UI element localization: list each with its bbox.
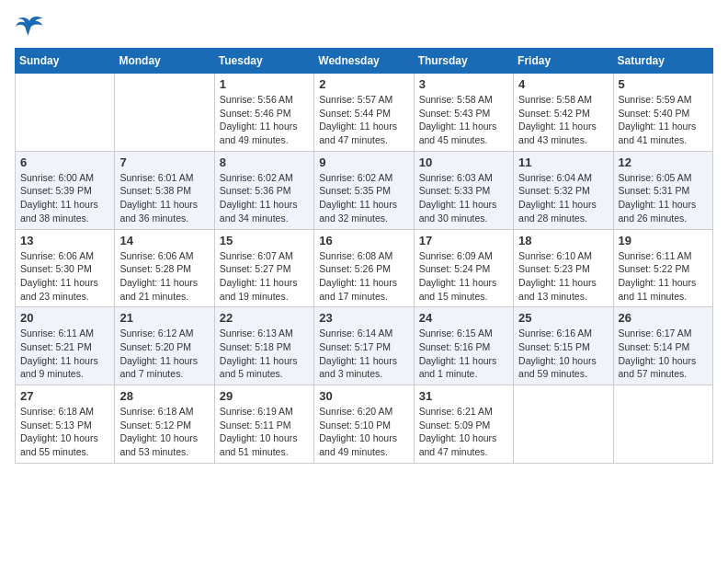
calendar-day-cell: 25 Sunrise: 6:16 AMSunset: 5:15 PMDaylig… xyxy=(514,307,613,385)
day-number: 2 xyxy=(319,77,408,91)
calendar-day-cell: 13 Sunrise: 6:06 AMSunset: 5:30 PMDaylig… xyxy=(16,229,115,307)
day-number: 15 xyxy=(220,234,309,247)
calendar-day-cell: 3 Sunrise: 5:58 AMSunset: 5:43 PMDayligh… xyxy=(414,74,513,152)
calendar-day-cell: 18 Sunrise: 6:10 AMSunset: 5:23 PMDaylig… xyxy=(514,229,613,307)
day-number: 20 xyxy=(20,311,109,325)
calendar-week-row: 20 Sunrise: 6:11 AMSunset: 5:21 PMDaylig… xyxy=(16,307,713,385)
weekday-header-thursday: Thursday xyxy=(414,49,513,74)
calendar-day-cell: 10 Sunrise: 6:03 AMSunset: 5:33 PMDaylig… xyxy=(414,151,513,229)
calendar-day-cell: 30 Sunrise: 6:20 AMSunset: 5:10 PMDaylig… xyxy=(314,385,414,464)
day-info: Sunrise: 5:57 AMSunset: 5:44 PMDaylight:… xyxy=(319,93,408,147)
calendar-day-cell: 20 Sunrise: 6:11 AMSunset: 5:21 PMDaylig… xyxy=(16,307,115,385)
day-info: Sunrise: 5:58 AMSunset: 5:42 PMDaylight:… xyxy=(518,93,608,147)
day-number: 13 xyxy=(20,234,109,247)
day-info: Sunrise: 6:11 AMSunset: 5:22 PMDaylight:… xyxy=(619,249,708,304)
calendar-day-cell: 7 Sunrise: 6:01 AMSunset: 5:38 PMDayligh… xyxy=(115,151,214,229)
calendar-day-cell: 15 Sunrise: 6:07 AMSunset: 5:27 PMDaylig… xyxy=(214,229,313,307)
calendar-day-cell: 26 Sunrise: 6:17 AMSunset: 5:14 PMDaylig… xyxy=(613,307,712,385)
day-info: Sunrise: 6:18 AMSunset: 5:13 PMDaylight:… xyxy=(20,405,109,459)
day-number: 10 xyxy=(419,155,508,169)
day-info: Sunrise: 6:01 AMSunset: 5:38 PMDaylight:… xyxy=(119,171,209,225)
calendar-table: SundayMondayTuesdayWednesdayThursdayFrid… xyxy=(15,48,713,464)
day-number: 19 xyxy=(619,234,708,247)
calendar-day-cell xyxy=(514,385,613,464)
day-info: Sunrise: 6:00 AMSunset: 5:39 PMDaylight:… xyxy=(20,171,109,225)
calendar-week-row: 27 Sunrise: 6:18 AMSunset: 5:13 PMDaylig… xyxy=(16,385,713,464)
day-number: 9 xyxy=(319,155,408,169)
day-number: 18 xyxy=(518,234,608,247)
weekday-header-tuesday: Tuesday xyxy=(214,49,313,74)
day-number: 7 xyxy=(119,155,209,169)
day-number: 5 xyxy=(619,77,708,91)
calendar-day-cell: 17 Sunrise: 6:09 AMSunset: 5:24 PMDaylig… xyxy=(414,229,513,307)
day-info: Sunrise: 6:21 AMSunset: 5:09 PMDaylight:… xyxy=(419,405,508,459)
day-info: Sunrise: 6:16 AMSunset: 5:15 PMDaylight:… xyxy=(518,327,608,381)
calendar-day-cell: 9 Sunrise: 6:02 AMSunset: 5:35 PMDayligh… xyxy=(314,151,414,229)
calendar-week-row: 1 Sunrise: 5:56 AMSunset: 5:46 PMDayligh… xyxy=(16,74,713,152)
calendar-week-row: 6 Sunrise: 6:00 AMSunset: 5:39 PMDayligh… xyxy=(16,151,713,229)
day-number: 28 xyxy=(119,389,209,403)
calendar-day-cell: 8 Sunrise: 6:02 AMSunset: 5:36 PMDayligh… xyxy=(214,151,313,229)
calendar-day-cell: 6 Sunrise: 6:00 AMSunset: 5:39 PMDayligh… xyxy=(16,151,115,229)
day-number: 31 xyxy=(419,389,508,403)
day-info: Sunrise: 6:12 AMSunset: 5:20 PMDaylight:… xyxy=(119,327,209,381)
calendar-day-cell: 21 Sunrise: 6:12 AMSunset: 5:20 PMDaylig… xyxy=(115,307,214,385)
calendar-day-cell: 4 Sunrise: 5:58 AMSunset: 5:42 PMDayligh… xyxy=(514,74,613,152)
day-number: 29 xyxy=(220,389,309,403)
day-info: Sunrise: 6:17 AMSunset: 5:14 PMDaylight:… xyxy=(619,327,708,381)
day-number: 8 xyxy=(220,155,309,169)
weekday-header-wednesday: Wednesday xyxy=(314,49,414,74)
calendar-day-cell: 27 Sunrise: 6:18 AMSunset: 5:13 PMDaylig… xyxy=(16,385,115,464)
day-info: Sunrise: 6:18 AMSunset: 5:12 PMDaylight:… xyxy=(119,405,209,459)
day-info: Sunrise: 6:15 AMSunset: 5:16 PMDaylight:… xyxy=(419,327,508,381)
day-info: Sunrise: 6:06 AMSunset: 5:28 PMDaylight:… xyxy=(119,249,209,304)
day-info: Sunrise: 5:58 AMSunset: 5:43 PMDaylight:… xyxy=(419,93,508,147)
day-number: 25 xyxy=(518,311,608,325)
day-number: 4 xyxy=(518,77,608,91)
day-number: 22 xyxy=(220,311,309,325)
calendar-day-cell xyxy=(613,385,712,464)
day-number: 21 xyxy=(119,311,209,325)
weekday-header-saturday: Saturday xyxy=(613,49,712,74)
day-info: Sunrise: 5:59 AMSunset: 5:40 PMDaylight:… xyxy=(619,93,708,147)
day-info: Sunrise: 6:14 AMSunset: 5:17 PMDaylight:… xyxy=(319,327,408,381)
day-info: Sunrise: 6:05 AMSunset: 5:31 PMDaylight:… xyxy=(619,171,708,225)
calendar-header-row: SundayMondayTuesdayWednesdayThursdayFrid… xyxy=(16,49,713,74)
calendar-week-row: 13 Sunrise: 6:06 AMSunset: 5:30 PMDaylig… xyxy=(16,229,713,307)
calendar-day-cell: 31 Sunrise: 6:21 AMSunset: 5:09 PMDaylig… xyxy=(414,385,513,464)
day-info: Sunrise: 6:06 AMSunset: 5:30 PMDaylight:… xyxy=(20,249,109,304)
day-info: Sunrise: 6:04 AMSunset: 5:32 PMDaylight:… xyxy=(518,171,608,225)
day-info: Sunrise: 6:02 AMSunset: 5:35 PMDaylight:… xyxy=(319,171,408,225)
day-info: Sunrise: 5:56 AMSunset: 5:46 PMDaylight:… xyxy=(220,93,309,147)
day-info: Sunrise: 6:03 AMSunset: 5:33 PMDaylight:… xyxy=(419,171,508,225)
calendar-day-cell: 29 Sunrise: 6:19 AMSunset: 5:11 PMDaylig… xyxy=(214,385,313,464)
calendar-day-cell: 28 Sunrise: 6:18 AMSunset: 5:12 PMDaylig… xyxy=(115,385,214,464)
day-number: 16 xyxy=(319,234,408,247)
weekday-header-sunday: Sunday xyxy=(16,49,115,74)
day-number: 12 xyxy=(619,155,708,169)
day-info: Sunrise: 6:20 AMSunset: 5:10 PMDaylight:… xyxy=(319,405,408,459)
day-number: 3 xyxy=(419,77,508,91)
weekday-header-monday: Monday xyxy=(115,49,214,74)
day-number: 6 xyxy=(20,155,109,169)
day-info: Sunrise: 6:08 AMSunset: 5:26 PMDaylight:… xyxy=(319,249,408,304)
day-info: Sunrise: 6:13 AMSunset: 5:18 PMDaylight:… xyxy=(220,327,309,381)
calendar-day-cell: 19 Sunrise: 6:11 AMSunset: 5:22 PMDaylig… xyxy=(613,229,712,307)
day-number: 23 xyxy=(319,311,408,325)
day-number: 30 xyxy=(319,389,408,403)
calendar-day-cell xyxy=(16,74,115,152)
day-info: Sunrise: 6:19 AMSunset: 5:11 PMDaylight:… xyxy=(220,405,309,459)
calendar-day-cell xyxy=(115,74,214,152)
day-number: 27 xyxy=(20,389,109,403)
calendar-day-cell: 22 Sunrise: 6:13 AMSunset: 5:18 PMDaylig… xyxy=(214,307,313,385)
day-info: Sunrise: 6:10 AMSunset: 5:23 PMDaylight:… xyxy=(518,249,608,304)
calendar-day-cell: 11 Sunrise: 6:04 AMSunset: 5:32 PMDaylig… xyxy=(514,151,613,229)
day-info: Sunrise: 6:09 AMSunset: 5:24 PMDaylight:… xyxy=(419,249,508,304)
logo-bird-icon xyxy=(15,15,44,40)
day-info: Sunrise: 6:11 AMSunset: 5:21 PMDaylight:… xyxy=(20,327,109,381)
day-number: 14 xyxy=(119,234,209,247)
page-header xyxy=(15,15,713,40)
calendar-day-cell: 14 Sunrise: 6:06 AMSunset: 5:28 PMDaylig… xyxy=(115,229,214,307)
day-number: 24 xyxy=(419,311,508,325)
calendar-day-cell: 23 Sunrise: 6:14 AMSunset: 5:17 PMDaylig… xyxy=(314,307,414,385)
